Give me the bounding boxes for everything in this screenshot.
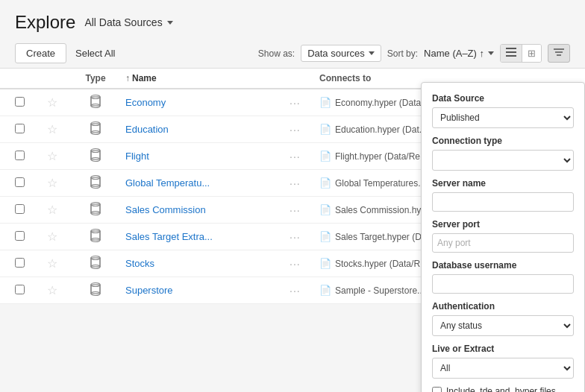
row-checkbox[interactable] bbox=[15, 97, 25, 107]
cylinder-icon bbox=[90, 174, 101, 189]
sort-by-value: Name (A–Z) ↑ bbox=[424, 48, 484, 59]
row-checkbox[interactable] bbox=[15, 204, 25, 214]
cylinder-icon bbox=[90, 201, 101, 216]
row-checkbox[interactable] bbox=[15, 151, 25, 160]
grid-view-button[interactable]: ⊞ bbox=[522, 45, 541, 62]
row-star-cell[interactable]: ☆ bbox=[39, 176, 66, 190]
live-or-extract-label: Live or Extract bbox=[432, 344, 574, 354]
row-more[interactable]: ··· bbox=[290, 177, 319, 189]
row-name[interactable]: Education bbox=[125, 124, 290, 135]
file-icon: 📄 bbox=[319, 124, 331, 135]
row-type-cell bbox=[66, 201, 125, 218]
include-tde-checkbox[interactable] bbox=[432, 387, 442, 393]
list-icon bbox=[506, 48, 516, 57]
row-more[interactable]: ··· bbox=[290, 204, 319, 216]
connection-type-label: Connection type bbox=[432, 136, 574, 146]
cylinder-icon bbox=[90, 94, 101, 109]
row-star-cell[interactable]: ☆ bbox=[39, 203, 66, 217]
row-more[interactable]: ··· bbox=[290, 258, 319, 270]
row-more[interactable]: ··· bbox=[290, 97, 319, 109]
row-more[interactable]: ··· bbox=[290, 151, 319, 162]
row-name[interactable]: Sales Commission bbox=[125, 204, 290, 215]
database-username-label: Database username bbox=[432, 260, 574, 271]
server-name-input[interactable] bbox=[432, 192, 574, 212]
row-name[interactable]: Economy bbox=[125, 97, 290, 108]
data-source-select[interactable]: Published All Certified bbox=[432, 107, 574, 128]
row-type-cell bbox=[66, 255, 125, 272]
server-port-input[interactable] bbox=[432, 233, 574, 253]
file-icon: 📄 bbox=[319, 97, 331, 108]
row-more[interactable]: ··· bbox=[290, 231, 319, 243]
file-icon: 📄 bbox=[319, 151, 331, 162]
row-checkbox[interactable] bbox=[15, 124, 25, 133]
authentication-select[interactable]: Any status Username and password None bbox=[432, 315, 574, 336]
row-star-cell[interactable]: ☆ bbox=[39, 256, 66, 271]
connects-value: Stocks.hyper (Data/R... bbox=[335, 259, 428, 269]
live-or-extract-select[interactable]: All Live Extract bbox=[432, 358, 574, 379]
row-name[interactable]: Stocks bbox=[125, 258, 290, 269]
row-checkbox-cell[interactable] bbox=[15, 204, 39, 216]
show-as-label: Show as: bbox=[258, 48, 295, 59]
file-icon: 📄 bbox=[319, 231, 331, 242]
toolbar: Create Select All Show as: Data sources … bbox=[0, 39, 585, 69]
row-name[interactable]: Flight bbox=[125, 151, 290, 162]
connection-type-select[interactable] bbox=[432, 150, 574, 171]
list-view-button[interactable] bbox=[501, 45, 522, 62]
row-name[interactable]: Sales Target Extra... bbox=[125, 231, 290, 242]
row-checkbox-cell[interactable] bbox=[15, 124, 39, 136]
row-checkbox-cell[interactable] bbox=[15, 97, 39, 109]
server-name-label: Server name bbox=[432, 178, 574, 189]
sort-by-dropdown[interactable]: Name (A–Z) ↑ bbox=[424, 48, 494, 59]
header-type-col: Type bbox=[66, 73, 125, 83]
row-checkbox-cell[interactable] bbox=[15, 258, 39, 270]
row-checkbox-cell[interactable] bbox=[15, 285, 39, 297]
datasource-dropdown[interactable]: All Data Sources bbox=[84, 16, 172, 28]
include-tde-row: Include .tde and .hyper files bbox=[432, 386, 574, 392]
select-all-button[interactable]: Select All bbox=[75, 48, 115, 59]
connects-value: Sales Commission.hy... bbox=[335, 205, 428, 215]
cylinder-icon bbox=[90, 148, 101, 162]
row-star-cell[interactable]: ☆ bbox=[39, 149, 66, 163]
row-star-cell[interactable]: ☆ bbox=[39, 122, 66, 136]
chevron-down-icon bbox=[167, 21, 173, 25]
filter-button[interactable] bbox=[548, 44, 570, 63]
connects-value: Global Temperatures.... bbox=[335, 178, 428, 189]
database-username-input[interactable] bbox=[432, 274, 574, 294]
data-source-label: Data Source bbox=[432, 93, 574, 104]
connects-value: Education.hyper (Dat... bbox=[335, 124, 427, 135]
header: Explore All Data Sources bbox=[0, 0, 585, 39]
row-star-cell[interactable]: ☆ bbox=[39, 95, 66, 110]
sort-by-label: Sort by: bbox=[387, 48, 418, 59]
row-star-cell[interactable]: ☆ bbox=[39, 283, 66, 297]
row-checkbox-cell[interactable] bbox=[15, 231, 39, 243]
header-name-col[interactable]: ↑ Name bbox=[125, 73, 290, 83]
row-more[interactable]: ··· bbox=[290, 285, 319, 297]
row-checkbox-cell[interactable] bbox=[15, 151, 39, 162]
show-as-value: Data sources bbox=[307, 48, 365, 59]
toolbar-right: Show as: Data sources Sort by: Name (A–Z… bbox=[258, 44, 570, 63]
row-type-cell bbox=[66, 282, 125, 299]
row-type-cell bbox=[66, 174, 125, 192]
row-more[interactable]: ··· bbox=[290, 124, 319, 136]
filter-panel: Data Source Published All Certified Conn… bbox=[421, 82, 585, 392]
cylinder-icon bbox=[90, 282, 101, 297]
file-icon: 📄 bbox=[319, 258, 331, 269]
show-as-dropdown[interactable]: Data sources bbox=[301, 45, 381, 62]
view-toggle: ⊞ bbox=[500, 44, 542, 63]
svg-rect-1 bbox=[506, 51, 516, 53]
row-checkbox[interactable] bbox=[15, 231, 25, 241]
row-checkbox[interactable] bbox=[15, 258, 25, 268]
row-star-cell[interactable]: ☆ bbox=[39, 230, 66, 244]
create-button[interactable]: Create bbox=[15, 43, 66, 63]
row-checkbox-cell[interactable] bbox=[15, 177, 39, 189]
file-icon: 📄 bbox=[319, 177, 331, 189]
row-name[interactable]: Global Temperatu... bbox=[125, 177, 290, 189]
cylinder-icon bbox=[90, 255, 101, 270]
connects-value: Sample - Superstore.... bbox=[335, 285, 427, 296]
file-icon: 📄 bbox=[319, 285, 331, 296]
include-tde-label[interactable]: Include .tde and .hyper files bbox=[446, 386, 556, 392]
row-checkbox[interactable] bbox=[15, 177, 25, 187]
row-type-cell bbox=[66, 228, 125, 245]
row-checkbox[interactable] bbox=[15, 285, 25, 294]
row-name[interactable]: Superstore bbox=[125, 285, 290, 296]
